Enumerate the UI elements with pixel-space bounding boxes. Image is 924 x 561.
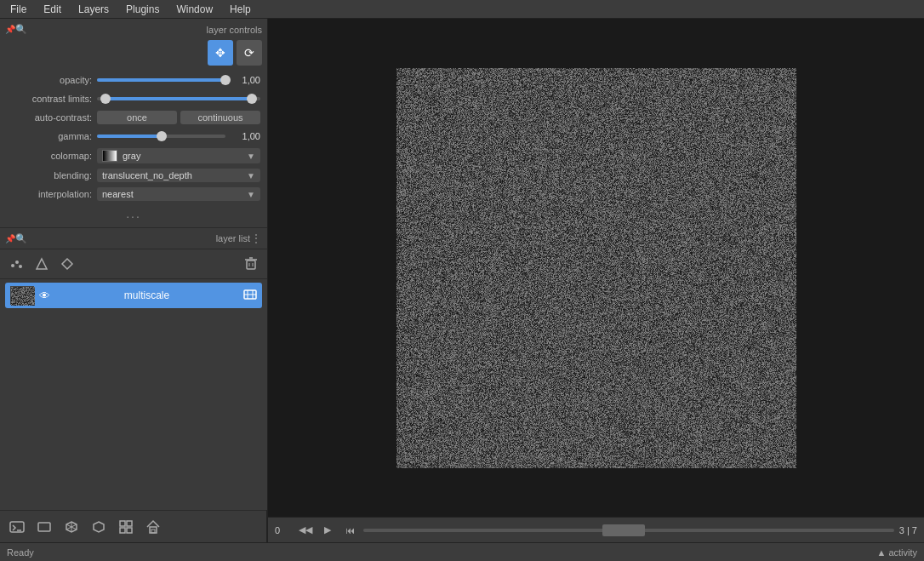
contrast-label: contrast limits:: [7, 94, 92, 104]
layer-item[interactable]: 👁 multiscale: [5, 283, 262, 308]
layer-list-toolbar: [0, 249, 267, 279]
svg-rect-5: [247, 260, 255, 269]
interpolation-value: nearest: [102, 189, 242, 199]
activity-label: activity: [888, 547, 917, 558]
blending-dropdown[interactable]: translucent_no_depth ▼: [97, 169, 260, 182]
gamma-label: gamma:: [7, 131, 92, 141]
3d-view-btn[interactable]: [60, 515, 83, 539]
menu-edit[interactable]: Edit: [37, 2, 68, 17]
playback-handle[interactable]: [602, 524, 645, 536]
opacity-row: opacity: 1,00: [0, 71, 267, 89]
prev-frame-btn[interactable]: ◀◀: [297, 522, 314, 539]
console-btn[interactable]: [5, 515, 29, 539]
menu-layers[interactable]: Layers: [71, 2, 116, 17]
viewer: 0 ◀◀ ▶ ⏮ 3 | 7: [268, 19, 924, 542]
gamma-slider-container: [97, 135, 225, 138]
eye-icon[interactable]: 👁: [39, 289, 50, 302]
main: 📌 🔍 layer controls ✥ ⟳ opacity: 1,00: [0, 19, 924, 542]
menu-file[interactable]: File: [3, 2, 33, 17]
menubar: File Edit Layers Plugins Window Help: [0, 0, 924, 19]
new-labels-btn[interactable]: [56, 253, 78, 275]
list-pin-icon[interactable]: 📌: [5, 234, 15, 243]
opacity-label: opacity:: [7, 75, 92, 85]
move-tool-btn[interactable]: ✥: [208, 40, 233, 66]
pin-icon[interactable]: 📌: [5, 25, 15, 34]
colormap-dropdown[interactable]: gray ▼: [97, 148, 260, 163]
svg-marker-4: [62, 259, 72, 269]
2d-view-btn[interactable]: [32, 515, 56, 539]
menu-window[interactable]: Window: [169, 2, 220, 17]
interpolation-row: interpolation: nearest ▼: [0, 185, 267, 203]
svg-point-1: [15, 260, 19, 264]
opacity-slider-container: [97, 78, 225, 82]
opacity-value: 1,00: [231, 75, 260, 85]
page-indicator: 3 | 7: [899, 525, 917, 535]
home-btn[interactable]: [141, 515, 165, 539]
search-icon[interactable]: 🔍: [15, 24, 27, 35]
auto-contrast-once-btn[interactable]: once: [97, 111, 177, 124]
blending-row: blending: translucent_no_depth ▼: [0, 166, 267, 185]
blending-arrow: ▼: [247, 171, 255, 180]
colormap-row: colormap: gray ▼: [0, 146, 267, 166]
blending-value: translucent_no_depth: [102, 170, 242, 180]
play-btn[interactable]: ▶: [319, 522, 336, 539]
activity-btn[interactable]: ▲ activity: [876, 547, 917, 558]
contrast-slider[interactable]: [97, 97, 260, 100]
left-panel: 📌 🔍 layer controls ✥ ⟳ opacity: 1,00: [0, 19, 268, 542]
layer-list-title: layer list: [27, 233, 250, 243]
svg-rect-23: [127, 528, 132, 533]
layer-list-section: 📌 🔍 layer list ⋮: [0, 228, 267, 510]
last-frame-btn[interactable]: ⏮: [341, 522, 358, 539]
svg-rect-16: [38, 523, 50, 531]
colormap-label: colormap:: [7, 151, 92, 161]
svg-point-0: [11, 264, 14, 267]
colormap-preview: [102, 150, 117, 162]
new-points-btn[interactable]: [5, 253, 27, 275]
bottom-toolbar: [0, 510, 267, 542]
delete-layer-btn[interactable]: [240, 253, 262, 275]
playback-scrubber[interactable]: [363, 529, 894, 532]
svg-marker-3: [37, 259, 47, 269]
svg-rect-22: [120, 528, 125, 533]
interpolation-label: interpolation:: [7, 189, 92, 199]
layer-controls-title: layer controls: [27, 25, 262, 35]
transform-toolbar: ✥ ⟳: [0, 38, 267, 71]
current-frame: 0: [275, 525, 292, 535]
auto-contrast-buttons: once continuous: [97, 111, 260, 124]
contrast-thumb-left[interactable]: [100, 94, 111, 104]
list-search-icon[interactable]: 🔍: [15, 233, 27, 244]
svg-rect-21: [127, 521, 132, 526]
contrast-thumb-right[interactable]: [247, 94, 257, 104]
layer-controls-section: 📌 🔍 layer controls ✥ ⟳ opacity: 1,00: [0, 19, 267, 228]
list-kebab-icon[interactable]: ⋮: [250, 232, 262, 245]
blending-label: blending:: [7, 170, 92, 180]
layer-thumbnail: [10, 286, 34, 305]
layer-list-header: 📌 🔍 layer list ⋮: [0, 228, 267, 249]
svg-point-2: [19, 265, 22, 268]
auto-contrast-row: auto-contrast: once continuous: [0, 108, 267, 127]
status-text: Ready: [7, 547, 34, 558]
playback-bar: 0 ◀◀ ▶ ⏮ 3 | 7: [268, 517, 924, 542]
svg-rect-20: [120, 521, 125, 526]
gamma-row: gamma: 1,00: [0, 127, 267, 146]
more-dots[interactable]: ...: [0, 203, 267, 224]
layer-type-icon: [243, 288, 257, 304]
contrast-row: contrast limits:: [0, 89, 267, 108]
menu-plugins[interactable]: Plugins: [119, 2, 166, 17]
interpolation-arrow: ▼: [247, 190, 255, 199]
grid-view-btn[interactable]: [114, 515, 138, 539]
new-shapes-btn[interactable]: [31, 253, 53, 275]
activity-arrow: ▲: [876, 547, 886, 558]
transform-tool-btn[interactable]: ⟳: [237, 40, 262, 66]
layer-name: multiscale: [55, 289, 238, 301]
interpolation-dropdown[interactable]: nearest ▼: [97, 187, 260, 201]
colormap-arrow: ▼: [247, 152, 255, 161]
colormap-value: gray: [123, 151, 242, 161]
auto-contrast-continuous-btn[interactable]: continuous: [180, 111, 260, 124]
image-canvas: [396, 68, 796, 468]
auto-contrast-label: auto-contrast:: [7, 112, 92, 123]
menu-help[interactable]: Help: [223, 2, 258, 17]
canvas-area[interactable]: [268, 19, 924, 517]
gamma-value: 1,00: [231, 131, 260, 141]
roll-dims-btn[interactable]: [87, 515, 111, 539]
